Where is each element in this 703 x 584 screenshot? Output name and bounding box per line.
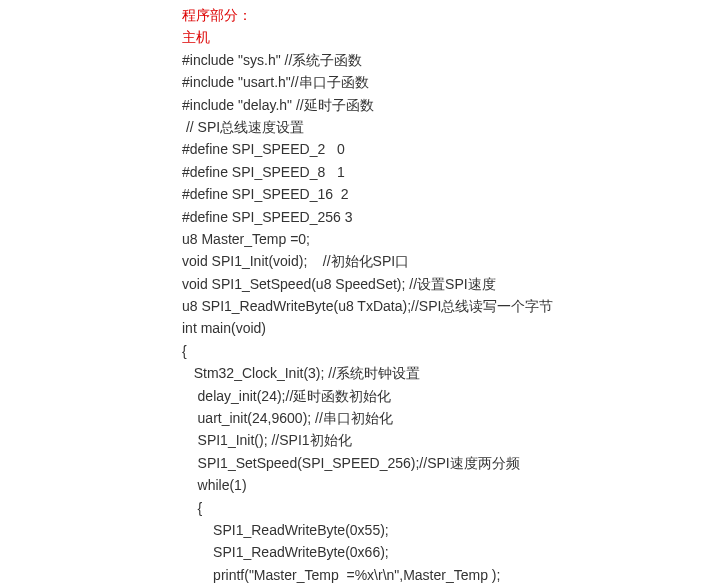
code-line: SPI1_ReadWriteByte(0x66); bbox=[182, 541, 703, 563]
code-line: while(1) bbox=[182, 474, 703, 496]
code-line: #include "delay.h" //延时子函数 bbox=[182, 94, 703, 116]
code-line: { bbox=[182, 497, 703, 519]
code-line: #define SPI_SPEED_2 0 bbox=[182, 138, 703, 160]
code-line: #define SPI_SPEED_8 1 bbox=[182, 161, 703, 183]
code-line: void SPI1_SetSpeed(u8 SpeedSet); //设置SPI… bbox=[182, 273, 703, 295]
code-line: #include "usart.h"//串口子函数 bbox=[182, 71, 703, 93]
code-line: // SPI总线速度设置 bbox=[182, 116, 703, 138]
code-line: #include "sys.h" //系统子函数 bbox=[182, 49, 703, 71]
code-line: void SPI1_Init(void); //初始化SPI口 bbox=[182, 250, 703, 272]
code-line: #define SPI_SPEED_256 3 bbox=[182, 206, 703, 228]
code-line: { bbox=[182, 340, 703, 362]
code-line: SPI1_Init(); //SPI1初始化 bbox=[182, 429, 703, 451]
code-line: int main(void) bbox=[182, 317, 703, 339]
code-line: SPI1_SetSpeed(SPI_SPEED_256);//SPI速度两分频 bbox=[182, 452, 703, 474]
code-line: SPI1_ReadWriteByte(0x55); bbox=[182, 519, 703, 541]
code-line: #define SPI_SPEED_16 2 bbox=[182, 183, 703, 205]
code-line: uart_init(24,9600); //串口初始化 bbox=[182, 407, 703, 429]
code-line: delay_init(24);//延时函数初始化 bbox=[182, 385, 703, 407]
code-line: Stm32_Clock_Init(3); //系统时钟设置 bbox=[182, 362, 703, 384]
section-header-program: 程序部分： bbox=[182, 4, 703, 26]
code-line: printf("Master_Temp =%x\r\n",Master_Temp… bbox=[182, 564, 703, 584]
section-header-host: 主机 bbox=[182, 26, 703, 48]
code-block: 程序部分： 主机 #include "sys.h" //系统子函数 #inclu… bbox=[0, 0, 703, 584]
code-line: u8 SPI1_ReadWriteByte(u8 TxData);//SPI总线… bbox=[182, 295, 703, 317]
code-line: u8 Master_Temp =0; bbox=[182, 228, 703, 250]
